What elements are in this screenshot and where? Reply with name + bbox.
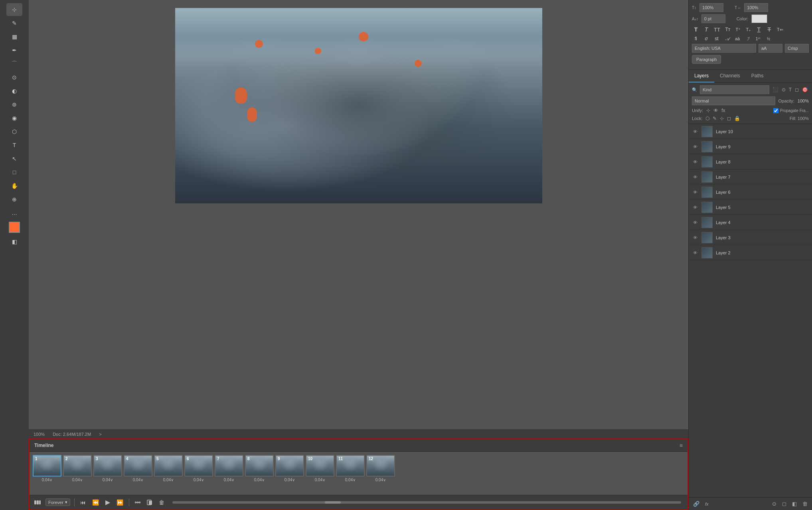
fi-ligature-btn[interactable]: fi [692, 35, 700, 42]
layer-2-visibility[interactable]: 👁 [692, 250, 698, 256]
frame-thumb-2[interactable]: 2 [63, 455, 92, 477]
frame-5[interactable]: 5 0.04∨ [154, 455, 183, 482]
zoom-tool[interactable]: ⊕ [6, 193, 22, 206]
aa-select[interactable]: aA [759, 44, 782, 53]
smallcaps-btn[interactable]: Tт [724, 26, 732, 33]
discretionary-btn[interactable]: σ [702, 35, 710, 42]
unify-position-icon[interactable]: ⊹ [706, 108, 710, 113]
type-filter-icon[interactable]: T [788, 86, 792, 93]
frame-duration-4[interactable]: 0.04∨ [133, 478, 143, 482]
lock-move-icon[interactable]: ⊹ [720, 116, 724, 121]
layer-3-visibility[interactable]: 👁 [692, 234, 698, 241]
gradient-tool[interactable]: ⬡ [6, 125, 22, 138]
tab-paths[interactable]: Paths [746, 70, 769, 83]
frame-duration-9[interactable]: 0.04∨ [284, 478, 295, 482]
frame-thumb-1[interactable]: 1 [33, 455, 61, 477]
navigate-btn[interactable]: ◧ [6, 235, 22, 248]
timeline-menu-icon[interactable]: ≡ [680, 442, 683, 449]
pixel-filter-icon[interactable]: ⬛ [772, 86, 779, 93]
frame-duration-8[interactable]: 0.04∨ [254, 478, 265, 482]
aa-btn[interactable]: aā [733, 35, 741, 42]
frame-duration-10[interactable]: 0.04∨ [315, 478, 325, 482]
layer-item-2[interactable]: 👁 Layer 2 [689, 245, 812, 260]
hand-tool[interactable]: ✋ [6, 179, 22, 192]
frame-11[interactable]: 11 0.04∨ [336, 455, 365, 482]
type-tool[interactable]: T [6, 139, 22, 152]
layer-6-visibility[interactable]: 👁 [692, 189, 698, 195]
new-group-icon[interactable]: ◻ [781, 500, 788, 508]
layer-item-7[interactable]: 👁 Layer 7 [689, 169, 812, 185]
brush-tool[interactable]: ✎ [6, 17, 22, 30]
next-frame-btn[interactable]: ⏩ [115, 498, 125, 506]
underline-btn[interactable]: T [755, 26, 763, 33]
delete-layer-icon[interactable]: 🗑 [801, 500, 809, 508]
layer-item-10[interactable]: 👁 Layer 10 [689, 124, 812, 139]
frame-duration-11[interactable]: 0.04∨ [345, 478, 356, 482]
lock-artboard-icon[interactable]: ◻ [727, 116, 731, 121]
play-btn[interactable]: ▶ [104, 498, 112, 507]
kind-select[interactable]: Kind [700, 85, 769, 94]
frame-thumb-6[interactable]: 6 [184, 455, 213, 477]
layer-9-visibility[interactable]: 👁 [692, 144, 698, 150]
frame-duration-6[interactable]: 0.04∨ [194, 478, 204, 482]
layer-4-visibility[interactable]: 👁 [692, 219, 698, 226]
color-swatch[interactable] [751, 14, 767, 23]
layer-item-3[interactable]: 👁 Layer 3 [689, 230, 812, 245]
frame-2[interactable]: 2 0.04∨ [63, 455, 92, 482]
blend-mode-select[interactable]: Normal [692, 96, 775, 105]
rtl-btn[interactable]: T⇐ [776, 26, 784, 33]
timeline-scrubber[interactable] [172, 501, 681, 504]
lock-transparent-icon[interactable]: ⬡ [705, 116, 709, 121]
fx-icon[interactable]: fx [704, 501, 710, 507]
frame-thumb-8[interactable]: 8 [245, 455, 274, 477]
frame-duration-7[interactable]: 0.04∨ [224, 478, 234, 482]
move-tool[interactable]: ⊹ [6, 3, 22, 16]
frame-thumb-7[interactable]: 7 [215, 455, 243, 477]
timeline-frames[interactable]: 1 0.04∨ 2 0.04∨ 3 0.04∨ [30, 452, 688, 495]
lock-brush-icon[interactable]: ✎ [713, 116, 717, 121]
layer-item-6[interactable]: 👁 Layer 6 [689, 185, 812, 200]
font-size-input-2[interactable] [744, 3, 768, 12]
tracking-input[interactable] [701, 14, 725, 23]
dodge-tool[interactable]: ◐ [6, 85, 22, 97]
language-select[interactable]: English: USA [692, 44, 756, 53]
bold-type-btn[interactable]: T [692, 26, 700, 33]
frame-3[interactable]: 3 0.04∨ [93, 455, 122, 482]
new-layer-icon[interactable]: ◧ [791, 500, 798, 508]
pen-tool[interactable]: ✒ [6, 44, 22, 57]
lock-all-icon[interactable]: 🔒 [734, 116, 740, 121]
frame-thumb-5[interactable]: 5 [154, 455, 183, 477]
loop-select[interactable]: Forever ▾ [45, 498, 70, 506]
new-fill-adjustment-icon[interactable]: ⊙ [771, 500, 778, 508]
layer-5-visibility[interactable]: 👁 [692, 204, 698, 211]
unify-visibility-icon[interactable]: 👁 [713, 108, 718, 113]
prev-frame-btn[interactable]: ⏪ [91, 498, 101, 506]
frame-thumb-9[interactable]: 9 [275, 455, 304, 477]
frame-thumb-4[interactable]: 4 [124, 455, 152, 477]
superscript-btn[interactable]: T⁺ [734, 26, 742, 33]
first-frame-btn[interactable]: ⏮ [79, 498, 87, 506]
unify-style-icon[interactable]: fx [721, 108, 725, 113]
shape-filter-icon[interactable]: ◻ [794, 86, 800, 93]
frame-10[interactable]: 10 0.04∨ [306, 455, 334, 482]
more-tools[interactable]: … [6, 207, 22, 219]
frame-thumb-3[interactable]: 3 [93, 455, 122, 477]
frame-thumb-11[interactable]: 11 [336, 455, 365, 477]
info-arrow[interactable]: > [99, 432, 101, 437]
font-size-input-1[interactable] [699, 3, 723, 12]
layer-item-8[interactable]: 👁 Layer 8 [689, 154, 812, 169]
paragraph-btn[interactable]: Paragraph [692, 55, 721, 64]
crisp-select[interactable]: Crisp [785, 44, 809, 53]
frame-4[interactable]: 4 0.04∨ [124, 455, 152, 482]
frame-1[interactable]: 1 0.04∨ [33, 455, 61, 482]
frame-thumb-12[interactable]: 12 [366, 455, 395, 477]
frame-7[interactable]: 7 0.04∨ [215, 455, 243, 482]
scrubber-thumb[interactable] [325, 501, 341, 504]
ordinal-btn[interactable]: 1ˢᵗ [754, 36, 762, 42]
frame-6[interactable]: 6 0.04∨ [184, 455, 213, 482]
allcaps-btn[interactable]: TT [713, 26, 721, 33]
frame-duration-1[interactable]: 0.04∨ [42, 478, 52, 482]
subscript-btn[interactable]: T₊ [745, 26, 753, 33]
frame-duration-5[interactable]: 0.04∨ [163, 478, 174, 482]
eraser-tool[interactable]: ▦ [6, 30, 22, 43]
